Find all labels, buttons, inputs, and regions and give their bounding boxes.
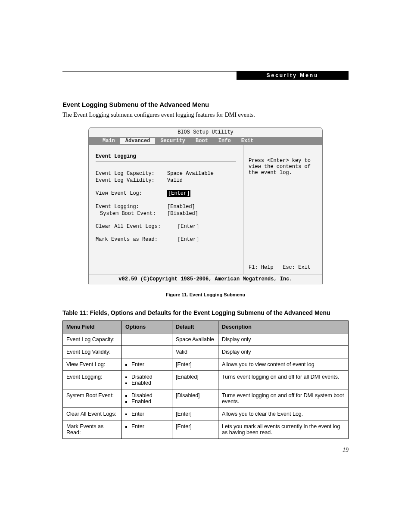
- bios-validity-label: Event Log Validity:: [96, 177, 167, 184]
- cell-description: Lets you mark all events currently in th…: [218, 420, 349, 439]
- cell-menu-field: View Event Log:: [63, 358, 122, 371]
- option-item: Enter: [131, 411, 168, 417]
- th-options: Options: [122, 321, 172, 333]
- cell-menu-field: Event Log Capacity:: [63, 333, 122, 346]
- table-row: Event Logging:DisabledEnabled[Enabled]Tu…: [63, 371, 349, 389]
- bios-validity-value: Valid: [167, 177, 183, 184]
- bios-setup-utility: BIOS Setup Utility Main Advanced Securit…: [88, 127, 323, 284]
- cell-menu-field: Mark Events as Read:: [63, 420, 122, 439]
- bios-copyright: v02.59 (C)Copyright 1985-2006, American …: [89, 274, 322, 284]
- cell-menu-field: System Boot Event:: [63, 389, 122, 408]
- bios-help-panel: Press <Enter> key to view the contents o…: [243, 145, 322, 274]
- cell-description: Allows you to view content of event log: [218, 358, 349, 371]
- table-row: Event Log Validity:ValidDisplay only: [63, 346, 349, 358]
- bios-row-validity: Event Log Validity: Valid: [96, 177, 236, 184]
- cell-default: [Enter]: [172, 420, 218, 439]
- th-description: Description: [218, 321, 349, 333]
- cell-default: [Disabled]: [172, 389, 218, 408]
- cell-description: Display only: [218, 346, 349, 358]
- page-number: 19: [62, 447, 349, 454]
- option-item: Enabled: [131, 398, 168, 404]
- option-item: Disabled: [131, 374, 168, 380]
- cell-description: Display only: [218, 333, 349, 346]
- bios-help-line3: the event log.: [249, 170, 317, 176]
- table-title: Table 11: Fields, Options and Defaults f…: [62, 309, 349, 316]
- bios-tab-info[interactable]: Info: [213, 138, 236, 144]
- bios-mark-label: Mark Events as Read:: [96, 236, 177, 243]
- bios-clear-label: Clear All Event Logs:: [96, 223, 177, 230]
- cell-menu-field: Clear All Event Logs:: [63, 408, 122, 420]
- bios-clear-value[interactable]: [Enter]: [177, 223, 199, 230]
- bios-logging-value[interactable]: [Enabled]: [167, 203, 195, 210]
- cell-menu-field: Event Logging:: [63, 371, 122, 389]
- option-item: Enabled: [131, 380, 168, 386]
- bios-row-sysboot[interactable]: System Boot Event: [Disabled]: [96, 210, 236, 217]
- cell-menu-field: Event Log Validity:: [63, 346, 122, 358]
- cell-options: [122, 346, 172, 358]
- cell-default: [Enter]: [172, 408, 218, 420]
- cell-default: [Enabled]: [172, 371, 218, 389]
- bios-row-capacity: Event Log Capacity: Space Available: [96, 170, 236, 177]
- cell-description: Allows you to clear the Event Log.: [218, 408, 349, 420]
- bios-sysboot-label: System Boot Event:: [96, 210, 167, 217]
- option-item: Disabled: [131, 392, 168, 398]
- cell-options: Enter: [122, 358, 172, 371]
- cell-description: Turns event logging on and off for DMI s…: [218, 389, 349, 408]
- bios-help-text: Press <Enter> key to view the contents o…: [249, 158, 317, 176]
- cell-options: Enter: [122, 408, 172, 420]
- bios-capacity-label: Event Log Capacity:: [96, 170, 167, 177]
- section-intro: The Event Logging submenu configures eve…: [62, 112, 349, 118]
- bios-left-panel: Event Logging Event Log Capacity: Space …: [89, 145, 243, 274]
- table-row: Event Log Capacity:Space AvailableDispla…: [63, 333, 349, 346]
- cell-options: Enter: [122, 420, 172, 439]
- bios-logging-label: Event Logging:: [96, 203, 167, 210]
- figure-caption: Figure 11. Event Logging Submenu: [62, 292, 349, 297]
- bios-row-logging[interactable]: Event Logging: [Enabled]: [96, 203, 236, 210]
- th-default: Default: [172, 321, 218, 333]
- bios-panel-title: Event Logging: [96, 153, 236, 162]
- cell-description: Turns event logging on and off for all D…: [218, 371, 349, 389]
- cell-default: [Enter]: [172, 358, 218, 371]
- bios-sysboot-value[interactable]: [Disabled]: [167, 210, 198, 217]
- cell-default: Space Available: [172, 333, 218, 346]
- bios-tab-bar: Main Advanced Security Boot Info Exit: [89, 137, 322, 145]
- table-row: Mark Events as Read:Enter[Enter]Lets you…: [63, 420, 349, 439]
- bios-tab-main[interactable]: Main: [97, 138, 120, 144]
- bios-tab-boot[interactable]: Boot: [190, 138, 213, 144]
- bios-help-line1: Press <Enter> key to: [249, 158, 317, 164]
- bios-title: BIOS Setup Utility: [89, 128, 322, 137]
- page-header: Security Menu: [62, 71, 349, 80]
- header-tag: Security Menu: [237, 71, 349, 80]
- cell-default: Valid: [172, 346, 218, 358]
- bios-view-label: View Event Log:: [96, 190, 167, 197]
- th-menu-field: Menu Field: [63, 321, 122, 333]
- bios-tab-advanced[interactable]: Advanced: [120, 138, 156, 144]
- fields-table: Menu Field Options Default Description E…: [62, 320, 349, 439]
- bios-tab-exit[interactable]: Exit: [236, 138, 259, 144]
- table-header-row: Menu Field Options Default Description: [63, 321, 349, 333]
- option-item: Enter: [131, 361, 168, 367]
- bios-help-line2: view the contents of: [249, 164, 317, 170]
- option-item: Enter: [131, 423, 168, 429]
- bios-row-clear[interactable]: Clear All Event Logs: [Enter]: [96, 223, 236, 230]
- bios-row-view[interactable]: View Event Log: [Enter]: [96, 190, 236, 197]
- cell-options: DisabledEnabled: [122, 389, 172, 408]
- bios-key-hints: F1: Help Esc: Exit: [249, 264, 317, 271]
- cell-options: [122, 333, 172, 346]
- section-title: Event Logging Submenu of the Advanced Me…: [62, 101, 349, 108]
- table-row: View Event Log:Enter[Enter]Allows you to…: [63, 358, 349, 371]
- table-row: System Boot Event:DisabledEnabled[Disabl…: [63, 389, 349, 408]
- cell-options: DisabledEnabled: [122, 371, 172, 389]
- bios-tab-security[interactable]: Security: [155, 138, 190, 144]
- table-row: Clear All Event Logs:Enter[Enter]Allows …: [63, 408, 349, 420]
- bios-row-mark[interactable]: Mark Events as Read: [Enter]: [96, 236, 236, 243]
- bios-capacity-value: Space Available: [167, 170, 214, 177]
- bios-mark-value[interactable]: [Enter]: [177, 236, 199, 243]
- bios-view-value[interactable]: [Enter]: [167, 190, 190, 197]
